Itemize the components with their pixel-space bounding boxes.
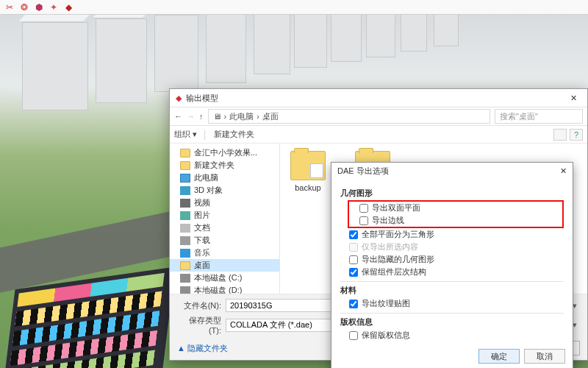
folder-icon [180,249,190,258]
folder-icon [180,274,190,283]
dae-options-dialog: DAE 导出选项 ✕ 几何图形 导出双面平面 导出边线 全部平面分为三角形 仅导… [331,162,573,368]
folder-icon [180,211,190,220]
tree-item[interactable]: 桌面 [170,259,279,272]
folder-icon [180,236,190,245]
dialog-nav: ← → ↑ 🖥 › 此电脑 › 桌面 搜索"桌面" [170,107,587,126]
tree-item-label: 本地磁盘 (D:) [194,285,242,294]
two-sided-checkbox[interactable]: 导出双面平面 [351,202,561,214]
pc-icon: 🖥 [213,112,221,121]
bug-icon[interactable]: ❂ [19,2,29,13]
tree-item[interactable]: 本地磁盘 (C:) [170,272,279,284]
selection-only-checkbox: 仅导出所选内容 [340,241,564,253]
triangulate-checkbox[interactable]: 全部平面分为三角形 [340,228,564,241]
ok-button[interactable]: 确定 [478,349,520,364]
filetype-label: 保存类型(T): [177,315,221,335]
tree-item-label: 下载 [194,235,210,246]
options-title: DAE 导出选项 [337,166,389,177]
scissors-icon[interactable]: ✂ [4,2,15,13]
tree-item[interactable]: 音乐 [170,247,279,259]
help-button[interactable]: ? [570,129,583,141]
folder-tree[interactable]: 金汇中小学效果...新建文件夹此电脑3D 对象视频图片文档下载音乐桌面本地磁盘 … [170,144,280,294]
close-icon[interactable]: ✕ [566,93,581,103]
material-group-label: 材料 [340,285,564,296]
gift-icon[interactable]: ✦ [49,2,59,13]
app-toolbar: ✂ ❂ ⬢ ✦ ◆ [0,0,588,15]
box-icon[interactable]: ⬢ [34,2,44,13]
hide-folders-link[interactable]: ▲ 隐藏文件夹 [177,343,228,354]
tree-item[interactable]: 本地磁盘 (D:) [170,284,279,294]
breadcrumb[interactable]: 🖥 › 此电脑 › 桌面 [208,109,491,124]
folder-icon [180,161,190,170]
ruby-icon[interactable]: ◆ [63,2,74,13]
dialog-title: 输出模型 [186,93,218,104]
tree-item-label: 新建文件夹 [194,160,234,171]
folder-icon [180,224,190,233]
organize-menu[interactable]: 组织 ▾ [174,129,197,140]
highlighted-options: 导出双面平面 导出边线 [348,200,564,228]
view-mode-button[interactable] [553,129,567,141]
search-input[interactable]: 搜索"桌面" [495,109,583,124]
folder-icon [180,286,190,294]
new-folder-button[interactable]: 新建文件夹 [214,129,254,140]
tree-item-label: 3D 对象 [194,185,223,196]
edges-checkbox[interactable]: 导出边线 [351,214,561,227]
hidden-geo-checkbox[interactable]: 导出隐藏的几何图形 [340,253,564,266]
tree-item[interactable]: 视频 [170,197,279,209]
tree-item[interactable]: 3D 对象 [170,184,279,197]
textures-checkbox[interactable]: 导出纹理贴图 [340,297,564,310]
dialog-titlebar[interactable]: ◆ 输出模型 ✕ [170,89,587,107]
filename-label: 文件名(N): [177,300,221,311]
tree-item[interactable]: 金汇中小学效果... [170,146,279,159]
credits-checkbox[interactable]: 保留版权信息 [340,329,564,342]
folder-icon [290,151,326,180]
nav-fwd-icon[interactable]: → [187,112,195,121]
tree-item-label: 桌面 [194,260,210,271]
folder-icon [180,199,190,208]
tree-item-label: 金汇中小学效果... [194,147,257,158]
tree-item-label: 文档 [194,222,210,233]
dialog-toolbar: 组织 ▾ │ 新建文件夹 ? [170,126,587,144]
cancel-button[interactable]: 取消 [524,349,565,364]
credits-group-label: 版权信息 [340,316,564,328]
nav-up-icon[interactable]: ↑ [199,112,204,121]
tree-item[interactable]: 此电脑 [170,171,279,184]
tree-item-label: 此电脑 [194,172,218,183]
app-icon: ◆ [176,93,182,103]
nav-back-icon[interactable]: ← [174,112,182,121]
tree-item-label: 视频 [194,197,210,208]
tree-item[interactable]: 文档 [170,222,279,234]
folder-icon [180,186,190,195]
hierarchy-checkbox[interactable]: 保留组件层次结构 [340,266,564,278]
tree-item-label: 图片 [194,210,210,221]
tree-item[interactable]: 下载 [170,234,279,247]
options-titlebar[interactable]: DAE 导出选项 ✕ [331,163,573,179]
folder-icon [180,174,190,183]
tree-item-label: 本地磁盘 (C:) [194,272,242,283]
file-name: backup [286,183,330,192]
tree-item-label: 音乐 [194,247,210,258]
folder-icon [180,261,190,270]
folder-icon [180,149,190,158]
tree-item[interactable]: 图片 [170,209,279,222]
close-icon[interactable]: ✕ [560,166,567,176]
tree-item[interactable]: 新建文件夹 [170,159,279,171]
file-item[interactable]: backup [286,151,330,192]
geometry-group-label: 几何图形 [340,188,564,199]
